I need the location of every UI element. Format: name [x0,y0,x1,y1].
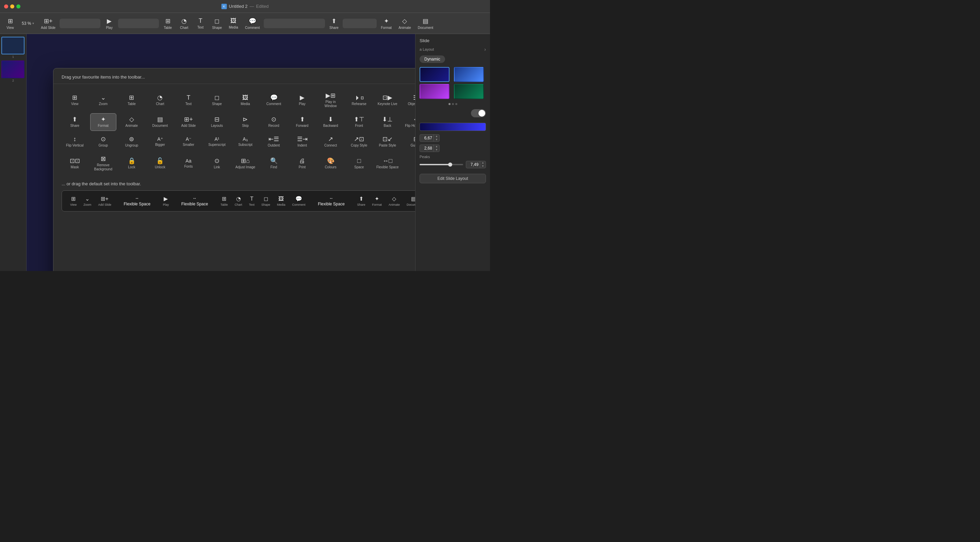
theme-swatch-green[interactable] [454,84,484,99]
toolbar-format[interactable]: ✦ Format [378,16,395,31]
ds-flexible-space-3[interactable]: ↔ Flexible Space [310,196,353,206]
toolbar-document[interactable]: ▤ Document [415,16,436,31]
slider-thumb[interactable] [448,163,452,166]
tool-flip-h[interactable]: ↔ Flip Horizontal [402,113,415,131]
tool-text[interactable]: T Text [175,89,202,111]
toolbar-comment[interactable]: 💬 Comment [242,16,262,31]
tool-flip-v[interactable]: ↕ Flip Vertical [62,133,88,151]
tool-play[interactable]: ▶ Play [289,89,315,111]
toolbar-share[interactable]: ⬆ Share [326,16,341,31]
ds-view[interactable]: ⊞ View [67,194,79,208]
slide-thumb-2[interactable]: 2 [2,60,25,82]
stepper-down-1[interactable]: ▼ [434,138,439,141]
tool-document[interactable]: ▤ Document [147,113,173,131]
tool-media[interactable]: 🖼 Media [232,89,259,111]
ds-table[interactable]: ⊞ Table [218,194,231,208]
toolbar-media[interactable]: 🖼 Media [226,16,241,31]
value-input-1[interactable]: ▲ ▼ [420,134,440,142]
tool-keynote-live[interactable]: ⊡▶ Keynote Live [374,89,401,111]
tool-shape[interactable]: ◻ Shape [204,89,231,111]
tool-subscript[interactable]: A₁ Subscript [232,133,259,151]
ds-flexible-space-2[interactable]: ↔ Flexible Space [173,196,216,206]
peaks-slider[interactable] [420,164,463,165]
theme-swatch-purple[interactable] [420,84,450,99]
tool-add-slide[interactable]: ⊞+ Add Slide [175,113,202,131]
tool-adjust-image[interactable]: ⊞⌂ Adjust Image [232,153,259,174]
stepper-down-2[interactable]: ▼ [434,148,439,152]
ds-shape[interactable]: ◻ Shape [259,194,273,208]
toolbar-chart[interactable]: ◔ Chart [177,16,192,31]
tool-superscript[interactable]: A¹ Superscript [204,133,231,151]
tool-front[interactable]: ⬆⊤ Front [346,113,372,131]
tool-ungroup[interactable]: ⊚ Ungroup [118,133,145,151]
ds-document[interactable]: ▤ Document [404,194,415,208]
tool-play-in-window[interactable]: ▶⊞ Play in Window [318,89,344,111]
tool-table[interactable]: ⊞ Table [118,89,145,111]
tool-animate[interactable]: ◇ Animate [118,113,145,131]
fullscreen-button[interactable] [16,5,21,8]
tool-mask[interactable]: ⊡⊡ Mask [62,153,88,174]
slide-thumb-1[interactable]: 1 [2,37,25,59]
tool-guides[interactable]: ⊞ Guides [402,133,415,151]
tool-find[interactable]: 🔍 Find [261,153,287,174]
tool-format[interactable]: ✦ Format [90,113,117,131]
toolbar-view[interactable]: ⊞ View [3,16,18,31]
stepper-up-1[interactable]: ▲ [434,135,439,138]
tool-fonts[interactable]: Aa Fonts [175,153,202,174]
ds-share[interactable]: ⬆ Share [354,194,368,208]
tool-object-list[interactable]: ☰ Object List [402,89,415,111]
ds-media[interactable]: 🖼 Media [274,195,288,208]
ds-format[interactable]: ✦ Format [369,194,385,208]
toolbar-add-slide[interactable]: ⊞+ Add Slide [38,16,58,31]
tool-view[interactable]: ⊞ View [62,89,88,111]
tool-backward[interactable]: ⬇ Backward [318,113,344,131]
toolbar-animate[interactable]: ◇ Animate [396,16,414,31]
tool-remove-bg[interactable]: ⊠ Remove Background [90,153,117,174]
toolbar-zoom[interactable]: 53 % ▾ [19,20,37,27]
stepper-up-2[interactable]: ▲ [434,145,439,148]
tool-outdent[interactable]: ⇤☰ Outdent [261,133,287,151]
tool-connect[interactable]: ↗ Connect [318,133,344,151]
peaks-input[interactable]: ▲ ▼ [466,161,486,168]
tool-forward[interactable]: ⬆ Forward [289,113,315,131]
ds-text[interactable]: T Text [247,195,258,208]
tool-record[interactable]: ⊙ Record [261,113,287,131]
toolbar-shape[interactable]: ◻ Shape [209,16,224,31]
toolbar-play[interactable]: ▶ Play [102,16,117,31]
ds-play[interactable]: ▶ Play [160,194,172,208]
ds-add-slide[interactable]: ⊞+ Add Slide [95,194,114,208]
value-input-2[interactable]: ▲ ▼ [420,144,440,152]
theme-toggle[interactable] [471,109,486,117]
close-button[interactable] [4,5,8,8]
tool-back[interactable]: ⬇⊥ Back [374,113,401,131]
tool-smaller[interactable]: A⁻ Smaller [175,133,202,151]
tool-print[interactable]: 🖨 Print [289,153,315,174]
tool-bigger[interactable]: A⁺ Bigger [147,133,173,151]
tool-zoom[interactable]: ⌄ Zoom [90,89,117,111]
minimize-button[interactable] [10,5,14,8]
tool-space[interactable]: □ Space [346,153,372,174]
tool-lock[interactable]: 🔒 Lock [118,153,145,174]
edit-layout-button[interactable]: Edit Slide Layout [420,174,486,183]
tool-colours[interactable]: 🎨 Colours [318,153,344,174]
toolbar-text[interactable]: T Text [193,16,208,31]
tool-comment[interactable]: 💬 Comment [261,89,287,111]
tool-copy-style[interactable]: ↗⊡ Copy Style [346,133,372,151]
ds-zoom[interactable]: ⌄ Zoom [81,194,94,208]
tool-chart[interactable]: ◔ Chart [147,89,173,111]
toolbar-table[interactable]: ⊞ Table [160,16,175,31]
tool-indent[interactable]: ☰⇥ Indent [289,133,315,151]
tool-skip[interactable]: ⊳ Skip [232,113,259,131]
ds-chart[interactable]: ◔ Chart [232,194,245,208]
theme-swatch-dark[interactable] [420,67,450,82]
tool-paste-style[interactable]: ⊡↙ Paste Style [374,133,401,151]
ds-animate[interactable]: ◇ Animate [386,194,402,208]
ds-comment[interactable]: 💬 Comment [290,194,308,208]
tool-layouts[interactable]: ⊟ Layouts [204,113,231,131]
tool-unlock[interactable]: 🔓 Unlock [147,153,173,174]
tool-share[interactable]: ⬆ Share [62,113,88,131]
dynamic-button[interactable]: Dynamic [420,55,445,63]
peaks-stepper-down[interactable]: ▼ [480,165,485,168]
peaks-stepper-up[interactable]: ▲ [480,161,485,165]
tool-link[interactable]: ⊙ Link [204,153,231,174]
